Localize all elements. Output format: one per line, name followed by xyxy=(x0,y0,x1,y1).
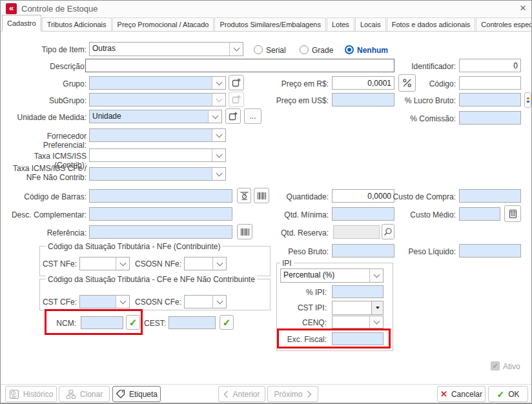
clonar-button[interactable]: Clonar xyxy=(59,386,110,402)
cancelar-button[interactable]: ✕ Cancelar xyxy=(437,386,486,402)
ncm-input[interactable] xyxy=(81,316,123,329)
exc-fiscal-label: Exc. Fiscal: xyxy=(269,335,327,344)
chevron-down-icon xyxy=(212,168,225,180)
tag-icon xyxy=(116,389,125,399)
ok-check-icon: ✓ xyxy=(496,389,504,399)
cenq-select[interactable] xyxy=(332,316,384,328)
ativo-checkbox-label: Ativo xyxy=(503,362,520,371)
taxa-nao-contrib-select[interactable] xyxy=(89,167,226,181)
ipi-modo-select[interactable]: Percentual (%) xyxy=(280,268,384,283)
radio-nenhum[interactable] xyxy=(345,45,354,54)
historico-button-label: Histórico xyxy=(23,390,54,399)
tab-fotos[interactable]: Fotos e dados adicionais xyxy=(387,17,476,31)
grupo-label: Grupo: xyxy=(3,79,87,88)
cst-ipi-select[interactable] xyxy=(332,301,384,315)
custo-medio-input[interactable] xyxy=(459,207,500,221)
referencia-input[interactable] xyxy=(89,225,232,239)
tab-tributos-adicionais[interactable]: Tributos Adicionais xyxy=(42,17,112,31)
lucro-bruto-input[interactable] xyxy=(459,93,521,106)
tab-preco-promocional[interactable]: Preço Promocional / Atacado xyxy=(112,17,214,31)
taxa-nao-contrib-value xyxy=(90,168,212,180)
etiqueta-button-label: Etiqueta xyxy=(129,390,158,399)
add-grupo-button[interactable] xyxy=(229,75,244,90)
preco-uss-label: Preço em US$: xyxy=(245,96,329,105)
descricao-input[interactable] xyxy=(85,59,394,72)
csosn-cfe-select[interactable] xyxy=(184,295,227,308)
tab-locais[interactable]: Locais xyxy=(355,17,386,31)
anterior-button-label: Anterior xyxy=(232,390,260,399)
custo-compra-input[interactable] xyxy=(459,189,521,203)
title-bar: « Controle de Estoque ✕ xyxy=(1,1,531,16)
csosn-nfe-label: CSOSN NFe: xyxy=(128,259,181,268)
radio-grade[interactable] xyxy=(300,45,309,54)
tab-cadastro[interactable]: Cadastro xyxy=(2,15,41,32)
cst-nfe-select[interactable] xyxy=(79,257,130,270)
comissao-input[interactable] xyxy=(459,111,521,125)
ncm-validate-button[interactable]: ✓ xyxy=(126,315,140,330)
exc-fiscal-input[interactable] xyxy=(332,332,384,345)
desc-complementar-input[interactable] xyxy=(89,207,232,221)
dropdown-arrow-icon xyxy=(371,301,383,314)
tab-strip: Cadastro Tributos Adicionais Preço Promo… xyxy=(1,16,532,32)
magnifier-icon xyxy=(384,227,393,236)
search-reserva-button[interactable] xyxy=(382,224,394,239)
taxa-contrib-select[interactable] xyxy=(89,148,226,162)
identificador-input[interactable] xyxy=(459,59,521,72)
add-unidade-button[interactable] xyxy=(225,108,241,124)
check-icon: ✓ xyxy=(223,317,231,328)
cst-cfe-select[interactable] xyxy=(79,295,130,308)
add-subgrupo-button[interactable] xyxy=(229,92,244,107)
cest-input[interactable] xyxy=(169,316,216,329)
cst-nfe-value xyxy=(80,258,116,270)
subgrupo-value xyxy=(90,94,212,106)
history-icon xyxy=(9,389,19,399)
more-options-button[interactable]: ... xyxy=(244,108,261,124)
fornecedor-select[interactable] xyxy=(89,128,226,142)
radio-serial[interactable] xyxy=(254,45,263,54)
cst-nfe-label: CST NFe: xyxy=(26,259,77,268)
ipi-modo-value: Percentual (%) xyxy=(281,269,369,282)
proximo-button[interactable]: Próximo xyxy=(267,386,318,402)
peso-liquido-input[interactable] xyxy=(459,244,521,258)
anterior-button[interactable]: Anterior xyxy=(218,386,265,402)
unidade-medida-select[interactable]: Unidade xyxy=(89,110,222,123)
grupo-select[interactable] xyxy=(89,76,226,90)
codigo-input[interactable] xyxy=(459,76,521,90)
proximo-button-label: Próximo xyxy=(274,390,302,399)
csosn-nfe-select[interactable] xyxy=(184,257,227,270)
cst-cfe-label: CST CFe: xyxy=(26,298,77,307)
cest-validate-button[interactable]: ✓ xyxy=(220,315,234,330)
etiqueta-button[interactable]: Etiqueta xyxy=(112,386,161,402)
preco-rs-label: Preço em R$: xyxy=(245,79,329,88)
close-icon[interactable]: ✕ xyxy=(517,3,529,14)
ok-button[interactable]: ✓ OK xyxy=(488,386,528,402)
ok-button-label: OK xyxy=(508,390,519,399)
cst-ipi-value xyxy=(332,301,371,314)
calculator-button[interactable] xyxy=(504,205,521,222)
unidade-medida-label: Unidade de Medida: xyxy=(3,113,87,122)
cst-nfe-group-title: Código da Situação Tributária - NFe (Con… xyxy=(46,242,222,251)
tipo-item-label: Tipo de Item: xyxy=(3,45,87,54)
clonar-button-label: Clonar xyxy=(80,390,103,399)
lucro-side-button[interactable] xyxy=(524,92,531,108)
chevron-down-icon xyxy=(229,43,243,56)
tipo-item-select[interactable]: Outras xyxy=(89,42,243,56)
peso-liquido-label: Peso Líquido: xyxy=(383,247,456,256)
cst-cfe-value xyxy=(80,296,116,308)
tab-lotes[interactable]: Lotes xyxy=(327,17,354,31)
tab-controles-especificos[interactable]: Controles específicos xyxy=(476,17,532,31)
dot-icon xyxy=(527,97,529,99)
codigo-barras-label: Código de Barras: xyxy=(3,192,87,201)
chevron-down-icon xyxy=(212,149,225,161)
fornecedor-label: Fornecedor Preferencial: xyxy=(3,132,87,150)
cenq-value xyxy=(332,316,369,328)
ativo-checkbox: ✓ xyxy=(491,361,500,370)
cancelar-button-label: Cancelar xyxy=(451,390,482,399)
historico-button[interactable]: Histórico xyxy=(5,386,57,402)
subgrupo-select[interactable] xyxy=(89,93,226,106)
qtd-minima-label: Qtd. Mínima: xyxy=(245,210,329,219)
codigo-barras-input[interactable] xyxy=(89,189,232,203)
ipi-pct-input[interactable] xyxy=(332,285,384,298)
codigo-label: Código: xyxy=(383,79,456,88)
tab-produtos-similares[interactable]: Produtos Similares/Embalagens xyxy=(214,17,326,31)
